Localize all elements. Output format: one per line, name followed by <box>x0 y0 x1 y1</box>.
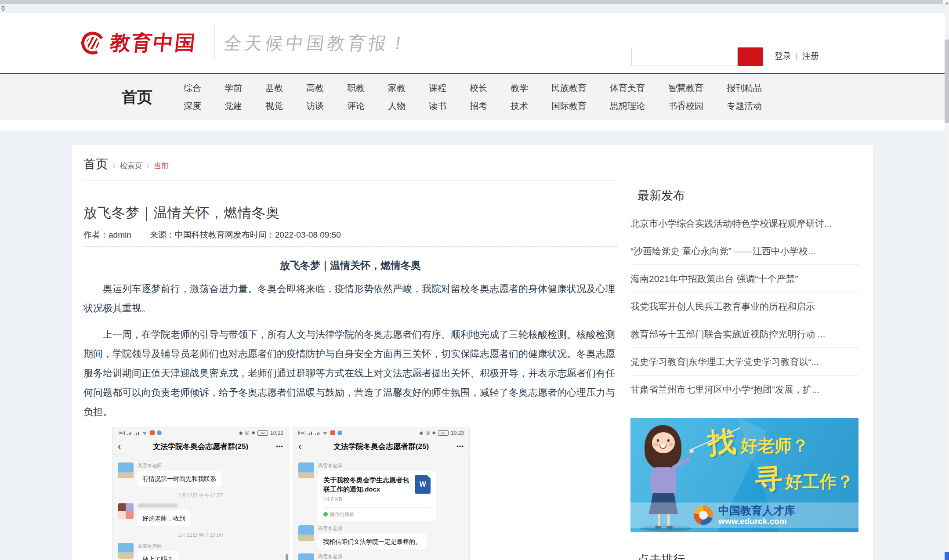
message-bubble: 好的老师，收到 <box>138 510 190 526</box>
vertical-scrollbar[interactable] <box>945 0 949 560</box>
nav-link[interactable]: 技术 <box>511 100 528 112</box>
article-paragraph: 奥运列车逐梦前行，激荡奋进力量。冬奥会即将来临，疫情形势依然严峻，我院对留校冬奥… <box>83 279 617 318</box>
nav-link[interactable]: 综合 <box>184 82 201 94</box>
nav-link[interactable]: 国际教育 <box>551 100 587 112</box>
nav-link[interactable]: 人物 <box>388 100 406 112</box>
hd-icon: HD <box>298 431 305 435</box>
article-column: 首页 › 检索页 › 当前 放飞冬梦｜温情关怀，燃情冬奥 作者：admin 来源… <box>83 156 617 560</box>
banner-text-seek-rest: 好工作？ <box>785 470 854 494</box>
scrollbar-up-button[interactable] <box>945 0 949 7</box>
register-link[interactable]: 注册 <box>802 51 819 62</box>
search-input[interactable] <box>631 48 738 65</box>
chat-message: 高雪冬老师 关于我校冬奥会学生志愿者包联工作的通知.docx 14.0 KB W <box>298 462 464 521</box>
auth-separator: | <box>796 51 798 61</box>
nav-link[interactable]: 访谈 <box>306 100 324 112</box>
logo-text: 教育中国 <box>109 29 198 57</box>
signal-icon <box>127 431 132 435</box>
cartoon-blush <box>669 443 673 446</box>
nav-link[interactable]: 家教 <box>388 82 406 94</box>
vertical-scrollbar-thumb[interactable] <box>945 40 949 123</box>
nav-link[interactable]: 招考 <box>470 100 487 112</box>
nav-link[interactable]: 评论 <box>347 100 365 112</box>
nav-link[interactable]: 党建 <box>225 100 242 112</box>
nav-link[interactable]: 视觉 <box>265 100 283 112</box>
nav-col-3: 基教视觉 <box>265 82 283 112</box>
banner-url: www.edurck.com <box>718 517 795 526</box>
nav-link[interactable]: 高教 <box>306 82 324 94</box>
nav-link[interactable]: 读书 <box>429 100 446 112</box>
scrollbar-find-marker <box>945 552 949 560</box>
horizontal-scrollbar[interactable] <box>0 0 943 4</box>
list-item[interactable]: 党史学习教育|东华理工大学党史学习教育以“... <box>630 348 859 376</box>
cartoon-blush <box>654 443 658 446</box>
latest-releases-list: 北京市小学综合实践活动特色学校课程观摩研讨... “沙画绘党史 童心永向党” —… <box>630 210 859 403</box>
nav-link[interactable]: 学前 <box>225 82 242 94</box>
wifi-icon <box>322 431 328 435</box>
list-item[interactable]: 我党我军开创人民兵工教育事业的历程和启示 <box>630 293 859 320</box>
signal-icon <box>315 431 320 435</box>
list-item[interactable]: 北京市小学综合实践活动特色学校课程观摩研讨... <box>630 210 859 237</box>
main-nav: 首页 综合深度 学前党建 基教视觉 高教访谈 职教评论 家教人物 课程读书 校长… <box>0 74 945 120</box>
banner-text-seek: 寻 <box>754 459 784 498</box>
login-link[interactable]: 登录 <box>775 51 791 62</box>
sender-name: 高雪冬老师 <box>318 525 426 532</box>
bluetooth-icon: ✱ <box>252 430 255 435</box>
list-item[interactable]: “沙画绘党史 童心永向党” ——江西中小学校... <box>630 237 859 265</box>
wifi-icon <box>142 431 148 435</box>
phone-status-bar: HD ◉ Ⓝ ✱ 82 <box>293 427 469 438</box>
chat-messages: 高雪冬老师 关于我校冬奥会学生志愿者包联工作的通知.docx 14.0 KB W <box>293 455 469 560</box>
breadcrumb-divider <box>83 181 617 181</box>
nav-link[interactable]: 专题活动 <box>727 100 762 112</box>
site-logo[interactable]: 教育中国 <box>81 29 196 57</box>
chat-message: 高雪冬老师我相信咱们文法学院一定是最棒的。 <box>298 525 464 549</box>
nav-col-5: 职教评论 <box>347 82 365 112</box>
nav-link[interactable]: 深度 <box>184 100 201 112</box>
cartoon-torso <box>651 467 676 494</box>
nav-link[interactable]: 体育美育 <box>610 82 645 94</box>
message-bubble: 做上了吗？ <box>138 551 178 560</box>
eye-icon: ◉ <box>239 430 243 435</box>
horizontal-scrollbar-thumb[interactable] <box>0 0 943 4</box>
eye-icon: ◉ <box>420 430 424 435</box>
sender-name: 高雪冬老师 <box>318 553 446 560</box>
app-badge-icon <box>337 430 342 435</box>
nav-link[interactable]: 书香校园 <box>668 100 703 112</box>
nav-link[interactable]: 教学 <box>511 82 528 94</box>
article-paragraph: 上一周，在学院老师的引导与带领下，所有人文与法律学院的冬奥志愿者们有序、顺利地完… <box>83 325 617 422</box>
nav-link[interactable]: 智慧教育 <box>668 82 703 94</box>
breadcrumb-home[interactable]: 首页 <box>83 156 108 173</box>
file-source-label: 微信电脑版 <box>330 510 354 519</box>
bluetooth-icon: ✱ <box>432 430 436 435</box>
list-item[interactable]: 教育部等十五部门联合实施近视防控光明行动 ... <box>630 320 859 348</box>
list-item[interactable]: 海南2021年中招政策出台 强调“十个严禁” <box>630 265 859 293</box>
file-name: 关于我校冬奥会学生志愿者包联工作的通知.docx <box>323 475 410 494</box>
nav-col-11: 体育美育思想理论 <box>610 82 645 112</box>
nav-link[interactable]: 民族教育 <box>551 82 587 94</box>
nav-link[interactable]: 职教 <box>347 82 365 94</box>
article-source-time: 来源：中国科技教育网发布时间：2022-03-08 09:50 <box>150 229 341 241</box>
search-button[interactable] <box>738 47 763 66</box>
cartoon-face <box>652 432 675 453</box>
stray-scroll-indicator: 0 <box>0 4 945 13</box>
list-item[interactable]: 甘肃省兰州市七里河区中小学“抱团”发展，扩... <box>630 376 859 403</box>
word-file-icon: W <box>415 475 431 494</box>
chat-message: 高雪冬老师有情况第一时间先和我联系 <box>118 462 283 487</box>
article-image-wechat-right: HD ◉ Ⓝ ✱ 82 <box>293 427 470 560</box>
ad-banner-teacher-jobs[interactable]: 找 好老师？ 寻 好工作？ 中国教育人才库 www.edurck.com <box>630 418 858 532</box>
nav-link[interactable]: 思想理论 <box>610 100 645 112</box>
article-meta: 作者：admin 来源：中国科技教育网发布时间：2022-03-08 09:50 <box>83 229 617 241</box>
nav-col-13: 报刊精品专题活动 <box>727 82 762 112</box>
nav-col-4: 高教访谈 <box>306 82 324 112</box>
nav-link[interactable]: 校长 <box>470 82 487 94</box>
breadcrumb-search-page[interactable]: 检索页 <box>120 161 142 171</box>
edurck-logo-icon <box>694 506 713 525</box>
nav-home-link[interactable]: 首页 <box>122 87 152 108</box>
chat-messages: 高雪冬老师有情况第一时间先和我联系 1月12日 中午12:37 好的老师，收到 … <box>112 455 289 560</box>
sender-name: 高雪冬老师 <box>138 462 221 469</box>
author-value: admin <box>109 230 131 239</box>
nav-link[interactable]: 课程 <box>429 82 446 94</box>
nav-link[interactable]: 报刊精品 <box>727 82 762 94</box>
nav-link[interactable]: 基教 <box>265 82 283 94</box>
message-bubble: 有情况第一时间先和我联系 <box>138 471 221 487</box>
app-badge-icon <box>150 430 155 435</box>
